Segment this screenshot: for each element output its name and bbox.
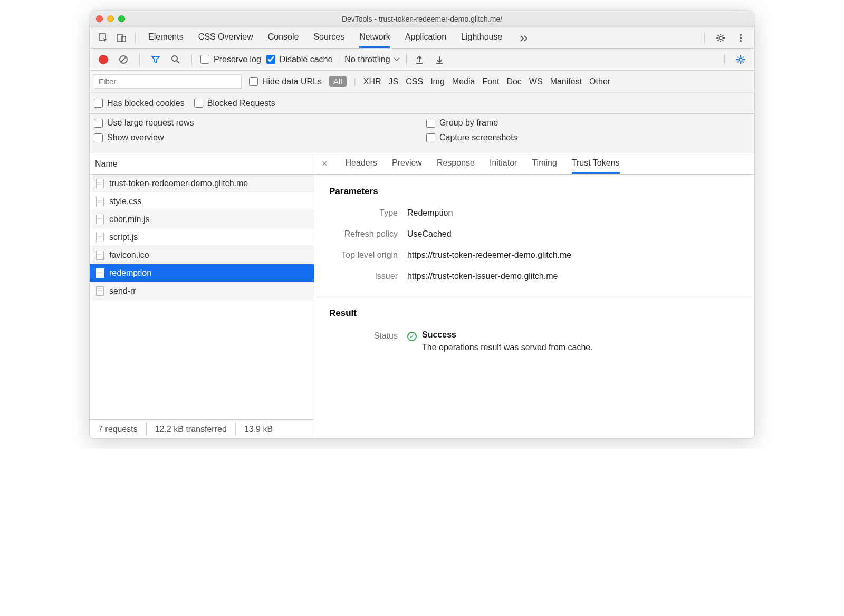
svg-point-5 [740, 37, 742, 39]
has-blocked-cookies-checkbox[interactable]: Has blocked cookies [94, 99, 185, 108]
request-name: cbor.min.js [109, 215, 149, 224]
filter-icon[interactable] [148, 52, 163, 67]
show-overview-checkbox[interactable]: Show overview [94, 133, 418, 142]
tab-lighthouse[interactable]: Lighthouse [461, 27, 502, 48]
request-name: style.css [109, 197, 141, 206]
result-section: Result Status ✓ Success The operations r… [314, 296, 754, 367]
network-settings-gear-icon[interactable] [733, 52, 748, 67]
disable-cache-checkbox[interactable]: Disable cache [266, 55, 333, 64]
detail-tabs: × Headers Preview Response Initiator Tim… [314, 153, 754, 175]
filter-type-css[interactable]: CSS [406, 77, 423, 86]
main-tabbar: Elements CSS Overview Console Sources Ne… [90, 27, 754, 49]
request-list-pane: Name trust-token-redeemer-demo.glitch.me… [90, 153, 314, 438]
file-icon [96, 233, 104, 242]
request-list: trust-token-redeemer-demo.glitch.me styl… [90, 175, 314, 419]
upload-har-icon[interactable] [412, 52, 427, 67]
param-key: Refresh policy [329, 229, 407, 239]
filter-type-font[interactable]: Font [482, 77, 499, 86]
group-by-frame-checkbox[interactable]: Group by frame [426, 118, 750, 128]
detail-tab-timing[interactable]: Timing [532, 154, 557, 174]
more-tabs-icon[interactable] [517, 31, 532, 45]
request-row[interactable]: favicon.ico [90, 246, 314, 264]
settings-gear-icon[interactable] [713, 31, 728, 45]
tabbar-right-controls [701, 31, 748, 45]
detail-tab-headers[interactable]: Headers [346, 154, 377, 174]
parameters-section: Parameters TypeRedemption Refresh policy… [314, 175, 754, 296]
request-row[interactable]: script.js [90, 228, 314, 246]
svg-line-8 [121, 57, 126, 62]
tab-elements[interactable]: Elements [148, 27, 184, 48]
request-name: redemption [109, 268, 151, 278]
filter-input[interactable] [94, 74, 242, 89]
preserve-log-label: Preserve log [214, 55, 261, 64]
blocked-requests-checkbox[interactable]: Blocked Requests [194, 99, 275, 108]
tab-sources[interactable]: Sources [313, 27, 344, 48]
show-overview-label: Show overview [107, 133, 164, 142]
download-har-icon[interactable] [432, 52, 447, 67]
param-value: UseCached [407, 229, 452, 239]
detail-tab-initiator[interactable]: Initiator [490, 154, 517, 174]
request-row[interactable]: send-rr [90, 282, 314, 300]
svg-point-6 [740, 40, 742, 42]
divider [191, 54, 192, 65]
preserve-log-checkbox[interactable]: Preserve log [200, 55, 261, 64]
detail-tab-preview[interactable]: Preview [392, 154, 422, 174]
success-check-icon: ✓ [407, 332, 417, 341]
filter-type-xhr[interactable]: XHR [363, 77, 381, 86]
request-name: trust-token-redeemer-demo.glitch.me [109, 179, 248, 188]
result-heading: Result [329, 308, 740, 319]
throttling-select[interactable]: No throttling [338, 53, 406, 66]
tab-css-overview[interactable]: CSS Overview [198, 27, 253, 48]
filter-type-js[interactable]: JS [389, 77, 399, 86]
divider [724, 54, 725, 65]
filter-bar-2: Has blocked cookies Blocked Requests [90, 93, 754, 114]
tab-console[interactable]: Console [268, 27, 299, 48]
group-by-frame-label: Group by frame [439, 118, 498, 128]
request-row[interactable]: redemption [90, 264, 314, 282]
titlebar: DevTools - trust-token-redeemer-demo.gli… [90, 11, 754, 27]
status-size: 13.9 kB [236, 423, 281, 436]
detail-tab-trust-tokens[interactable]: Trust Tokens [572, 154, 620, 174]
result-detail-text: The operations result was served from ca… [422, 343, 593, 352]
options-row: Use large request rows Show overview Gro… [90, 114, 754, 153]
window-title: DevTools - trust-token-redeemer-demo.gli… [90, 15, 754, 23]
inspect-element-icon[interactable] [96, 31, 111, 45]
param-key: Top level origin [329, 251, 407, 260]
clear-icon[interactable] [116, 52, 131, 67]
divider [139, 54, 140, 65]
detail-tab-response[interactable]: Response [437, 154, 475, 174]
close-detail-icon[interactable]: × [319, 158, 331, 169]
filter-bar: Hide data URLs All | XHR JS CSS Img Medi… [90, 71, 754, 93]
request-row[interactable]: cbor.min.js [90, 210, 314, 228]
tab-network[interactable]: Network [359, 27, 390, 48]
capture-screenshots-checkbox[interactable]: Capture screenshots [426, 133, 750, 142]
filter-type-media[interactable]: Media [452, 77, 475, 86]
use-large-rows-label: Use large request rows [107, 118, 194, 128]
use-large-rows-checkbox[interactable]: Use large request rows [94, 118, 418, 128]
param-value: https://trust-token-issuer-demo.glitch.m… [407, 272, 558, 281]
svg-point-4 [740, 34, 742, 36]
file-icon [96, 179, 104, 188]
status-transferred: 12.2 kB transferred [147, 423, 236, 436]
kebab-menu-icon[interactable] [733, 31, 748, 45]
name-column-header[interactable]: Name [90, 153, 314, 175]
has-blocked-cookies-label: Has blocked cookies [107, 99, 185, 108]
filter-type-ws[interactable]: WS [529, 77, 543, 86]
filter-all-pill[interactable]: All [329, 76, 347, 87]
param-key: Issuer [329, 272, 407, 281]
request-name: script.js [109, 233, 138, 242]
request-row[interactable]: style.css [90, 192, 314, 210]
record-button[interactable] [96, 52, 111, 67]
filter-type-img[interactable]: Img [430, 77, 445, 86]
filter-type-doc[interactable]: Doc [506, 77, 521, 86]
request-row[interactable]: trust-token-redeemer-demo.glitch.me [90, 175, 314, 192]
param-value: https://trust-token-redeemer-demo.glitch… [407, 251, 571, 260]
hide-data-urls-checkbox[interactable]: Hide data URLs [249, 77, 322, 86]
device-toolbar-icon[interactable] [114, 31, 129, 45]
search-icon[interactable] [168, 52, 183, 67]
chevron-down-icon [394, 57, 400, 62]
filter-type-other[interactable]: Other [589, 77, 610, 86]
filter-type-manifest[interactable]: Manifest [550, 77, 582, 86]
tab-application[interactable]: Application [405, 27, 446, 48]
svg-point-9 [172, 56, 177, 61]
